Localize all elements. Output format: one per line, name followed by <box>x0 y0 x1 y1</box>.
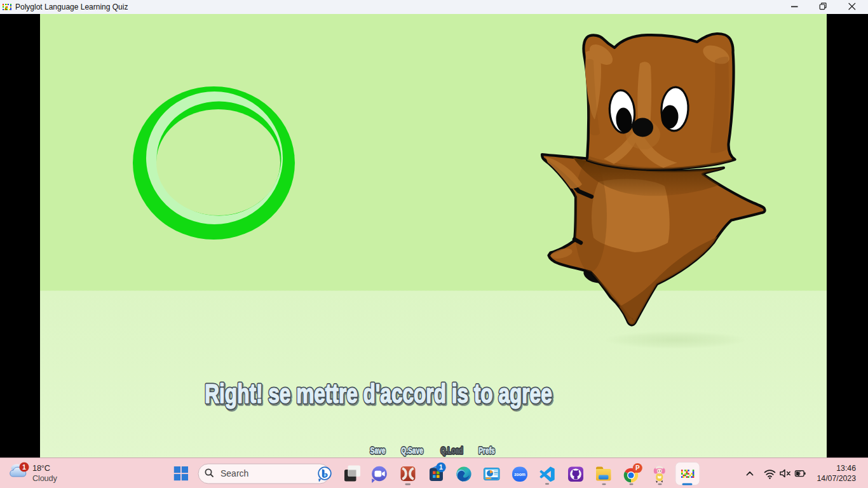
svg-text:Prefs: Prefs <box>478 445 495 456</box>
svg-text:1: 1 <box>22 463 26 471</box>
svg-text:1: 1 <box>439 463 443 471</box>
svg-text:Search: Search <box>220 468 248 478</box>
svg-text:zoom: zoom <box>514 472 526 477</box>
svg-text:14/07/2023: 14/07/2023 <box>817 474 856 483</box>
svg-text:Q.Save: Q.Save <box>401 445 423 456</box>
svg-text:Right! se mettre d'accord is t: Right! se mettre d'accord is to agree <box>205 378 552 409</box>
svg-text:Cloudy: Cloudy <box>32 473 57 483</box>
svg-text:18°C: 18°C <box>32 463 50 473</box>
svg-text:13:46: 13:46 <box>836 464 856 473</box>
svg-text:P: P <box>635 464 640 471</box>
svg-text:Save: Save <box>370 445 386 456</box>
svg-text:Q.Load: Q.Load <box>440 445 463 456</box>
